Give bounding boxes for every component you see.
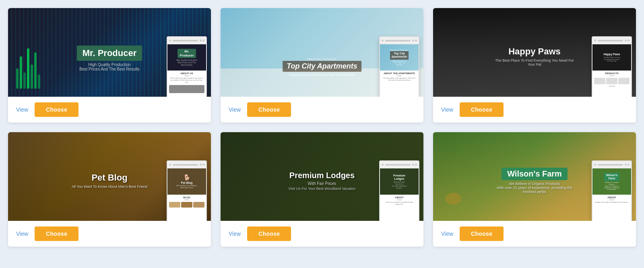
- mobile-preview-happy-paws: Happy Paws The Best Place To FindEveryth…: [592, 36, 632, 97]
- card-preview-mr-producer: Mr. Producer High Quality ProductionBest…: [8, 8, 211, 97]
- card-preview-farm: Wilson's Farm We Believe in Organic Prod…: [433, 132, 636, 221]
- card-footer-mr-producer: View Choose: [8, 97, 211, 123]
- mobile-dot3: [627, 39, 630, 42]
- choose-button-farm[interactable]: Choose: [460, 226, 504, 241]
- mobile-dot2: [200, 164, 202, 166]
- mobile-body: Majestic Houses Top CityApartments Walki…: [380, 44, 419, 97]
- view-button-mr-producer[interactable]: View: [16, 105, 28, 114]
- card-footer-premium: View Choose: [221, 221, 423, 247]
- mobile-header: [592, 161, 631, 168]
- mobile-dot2: [412, 164, 414, 166]
- mobile-dot3: [627, 164, 630, 166]
- card-premium-lodges: Premium Lodges With Fair Prices Visit Us…: [221, 132, 423, 247]
- mobile-preview-mr-producer: Mr.Producer High Quality ProductionBest …: [167, 36, 207, 97]
- mobile-dot3: [415, 164, 417, 166]
- card-pet-blog: Pet Blog All You Want To Know About Man'…: [8, 132, 211, 247]
- preview-title: Mr. Producer: [77, 46, 142, 61]
- mobile-preview-premium: PremiumLodges With Fair PricesVisit Us F…: [379, 160, 419, 221]
- mobile-dot2: [625, 164, 627, 166]
- view-button-premium[interactable]: View: [229, 229, 241, 239]
- mobile-dot3: [202, 39, 204, 42]
- card-footer-farm: View Choose: [433, 221, 636, 247]
- card-footer-luxury: View Choose: [221, 97, 423, 123]
- mobile-body: Wilson'sFarm We Believe in OrganicProduc…: [592, 168, 631, 221]
- card-happy-paws: Happy Paws The Best Place To Find Everyt…: [433, 8, 636, 123]
- view-button-pet-blog[interactable]: View: [16, 229, 28, 239]
- mobile-dot: [169, 164, 171, 166]
- card-preview-premium: Premium Lodges With Fair Prices Visit Us…: [221, 132, 423, 221]
- template-grid: Mr. Producer High Quality ProductionBest…: [8, 8, 636, 247]
- mobile-dot2: [200, 39, 202, 42]
- mobile-dot: [594, 39, 596, 42]
- view-button-happy-paws[interactable]: View: [441, 105, 453, 114]
- choose-button-premium[interactable]: Choose: [247, 226, 291, 241]
- mobile-header: [380, 161, 419, 168]
- mobile-body: Happy Paws The Best Place To FindEveryth…: [592, 44, 631, 97]
- mobile-dot: [169, 39, 171, 42]
- card-footer-happy-paws: View Choose: [433, 97, 636, 123]
- card-luxury-apartments: Majestic Houses Top City Apartments Walk…: [221, 8, 423, 123]
- preview-subtitle: High Quality ProductionBest Prices And T…: [79, 62, 139, 71]
- mobile-header: [167, 37, 206, 44]
- mobile-dot: [382, 164, 384, 166]
- choose-button-luxury[interactable]: Choose: [247, 102, 291, 117]
- mobile-body: PremiumLodges With Fair PricesVisit Us F…: [380, 168, 419, 221]
- card-mr-producer: Mr. Producer High Quality ProductionBest…: [8, 8, 211, 123]
- mobile-section: ABOUT US This is the home page descripti…: [167, 71, 206, 95]
- choose-button-happy-paws[interactable]: Choose: [460, 102, 504, 117]
- card-preview-happy-paws: Happy Paws The Best Place To Find Everyt…: [433, 8, 636, 97]
- mobile-dot2: [625, 39, 627, 42]
- choose-button-pet-blog[interactable]: Choose: [35, 226, 78, 241]
- card-wilsons-farm: Wilson's Farm We Believe in Organic Prod…: [433, 132, 636, 247]
- choose-button-mr-producer[interactable]: Choose: [35, 102, 78, 117]
- mobile-dot3: [415, 39, 417, 42]
- mobile-header: [380, 37, 419, 44]
- card-preview-pet-blog: Pet Blog All You Want To Know About Man'…: [8, 132, 211, 221]
- card-preview-luxury: Majestic Houses Top City Apartments Walk…: [221, 8, 423, 97]
- view-button-luxury[interactable]: View: [229, 105, 241, 114]
- mobile-body: Mr.Producer High Quality ProductionBest …: [167, 44, 206, 97]
- mobile-preview-farm: Wilson'sFarm We Believe in OrganicProduc…: [592, 160, 632, 221]
- mobile-body: 🐕 Pet Blog All You Want To Know AboutMan…: [167, 168, 206, 221]
- mobile-dot: [594, 164, 596, 166]
- mobile-dot: [382, 39, 384, 42]
- mobile-dot3: [202, 164, 204, 166]
- card-footer-pet-blog: View Choose: [8, 221, 211, 247]
- mobile-preview-pet-blog: 🐕 Pet Blog All You Want To Know AboutMan…: [167, 160, 207, 221]
- mobile-header: [592, 37, 631, 44]
- mobile-preview-luxury: Majestic Houses Top CityApartments Walki…: [379, 36, 419, 97]
- view-button-farm[interactable]: View: [441, 229, 453, 239]
- mobile-header: [167, 161, 206, 168]
- mobile-dot2: [412, 39, 414, 42]
